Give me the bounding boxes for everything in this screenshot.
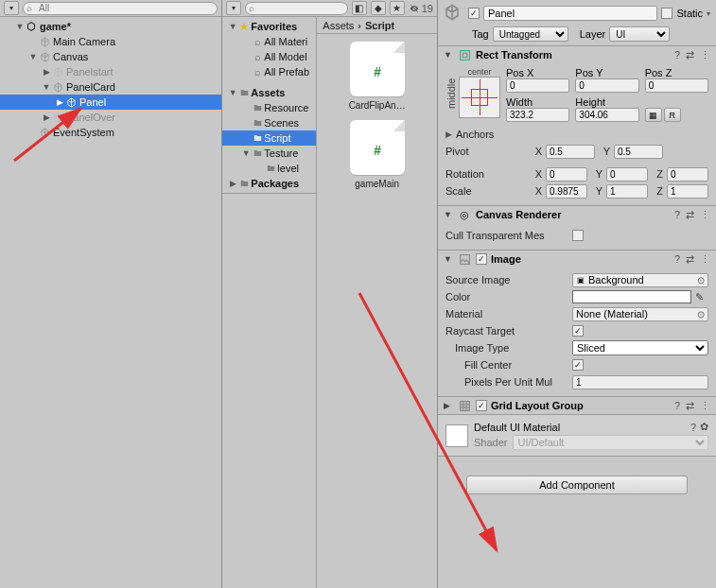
- posx-input[interactable]: [506, 78, 569, 93]
- search-filter-row[interactable]: ⌕All Prefab: [222, 64, 316, 79]
- pivot-x-input[interactable]: [546, 145, 595, 159]
- menu-icon[interactable]: ⋮: [700, 209, 710, 221]
- eyedropper-icon[interactable]: ✎: [695, 291, 708, 303]
- image-enable-checkbox[interactable]: ✓: [476, 253, 487, 265]
- fold-icon[interactable]: ▼: [444, 50, 453, 60]
- static-dropdown-icon[interactable]: ▾: [707, 9, 710, 18]
- cull-label: Cull Transparent Mes: [445, 230, 568, 241]
- preset-icon[interactable]: ⇄: [686, 400, 694, 412]
- hierarchy-create-dropdown[interactable]: ▾: [4, 1, 19, 15]
- breadcrumb-item[interactable]: Script: [365, 20, 394, 31]
- posy-input[interactable]: [575, 78, 638, 93]
- scene-row[interactable]: ▼ game*: [0, 19, 221, 34]
- help-icon[interactable]: ?: [674, 49, 680, 61]
- folder-row[interactable]: Scenes: [222, 115, 316, 130]
- favorite-button[interactable]: ★: [390, 1, 405, 15]
- image-type-dropdown[interactable]: Sliced: [572, 340, 708, 355]
- menu-icon[interactable]: ⋮: [700, 49, 710, 61]
- gameobject-icon: [38, 50, 51, 63]
- material-field[interactable]: None (Material)⊙: [572, 307, 708, 321]
- add-component-button[interactable]: Add Component: [466, 476, 688, 494]
- hierarchy-item[interactable]: ▼ PanelCard: [0, 79, 221, 95]
- folder-row[interactable]: level: [222, 161, 316, 176]
- cull-checkbox[interactable]: [572, 230, 584, 241]
- hidden-count[interactable]: 19: [409, 3, 433, 14]
- raw-edit-button[interactable]: R: [664, 108, 681, 122]
- color-field[interactable]: [572, 290, 691, 303]
- search-filter-row[interactable]: ⌕All Model: [222, 49, 316, 64]
- height-input[interactable]: [575, 108, 638, 122]
- packages-row[interactable]: ▶Packages: [222, 176, 316, 191]
- hierarchy-item[interactable]: ▶ PanelOver: [0, 110, 221, 125]
- hierarchy-item-label: Canvas: [53, 51, 88, 62]
- folder-icon: [251, 118, 264, 128]
- anchors-label: Anchors: [456, 129, 494, 140]
- help-icon[interactable]: ?: [674, 400, 680, 412]
- scaley-input[interactable]: [606, 184, 648, 199]
- raycast-checkbox[interactable]: ✓: [572, 325, 584, 337]
- folder-row[interactable]: ▼Testure: [222, 146, 316, 161]
- roty-input[interactable]: [606, 167, 648, 182]
- menu-icon[interactable]: ⋮: [700, 400, 710, 412]
- hierarchy-search-input[interactable]: [23, 2, 218, 15]
- source-image-label: Source Image: [445, 274, 568, 285]
- source-image-field[interactable]: ▣Background⊙: [572, 273, 708, 287]
- anchor-preset-button[interactable]: [459, 77, 500, 118]
- rotx-input[interactable]: [546, 167, 587, 182]
- filter-label-button[interactable]: ◆: [371, 1, 386, 15]
- tag-dropdown[interactable]: Untagged: [493, 26, 568, 42]
- search-filter-row[interactable]: ⌕All Materi: [222, 34, 316, 49]
- hierarchy-item[interactable]: ▶ Panelstart: [0, 64, 221, 79]
- preset-icon[interactable]: ⇄: [686, 49, 694, 61]
- favorites-row[interactable]: ▼★Favorites: [222, 19, 316, 34]
- help-icon[interactable]: ?: [674, 209, 680, 221]
- hierarchy-item[interactable]: Main Camera: [0, 34, 221, 49]
- object-name-input[interactable]: [483, 6, 657, 21]
- object-picker-icon[interactable]: ⊙: [697, 309, 705, 320]
- blueprint-button[interactable]: ▦: [645, 108, 662, 122]
- gear-icon[interactable]: ✿: [700, 421, 708, 433]
- unity-icon: [25, 20, 38, 33]
- hierarchy-item[interactable]: EventSystem: [0, 125, 221, 140]
- asset-item[interactable]: # gameMain: [350, 120, 405, 189]
- rotz-input[interactable]: [667, 167, 708, 182]
- preset-icon[interactable]: ⇄: [686, 209, 694, 221]
- fold-icon[interactable]: ▶: [444, 401, 453, 410]
- help-icon[interactable]: ?: [674, 253, 680, 266]
- asset-item[interactable]: # CardFlipAn…: [349, 42, 406, 111]
- width-input[interactable]: [506, 108, 569, 122]
- fold-icon[interactable]: ▼: [444, 254, 453, 264]
- filter-type-button[interactable]: ◧: [352, 1, 367, 15]
- static-checkbox[interactable]: [661, 8, 672, 19]
- active-checkbox[interactable]: ✓: [468, 8, 480, 19]
- fill-center-checkbox[interactable]: ✓: [572, 359, 584, 371]
- project-create-dropdown[interactable]: ▾: [226, 1, 241, 15]
- folder-row-selected[interactable]: Script: [222, 130, 316, 146]
- ppu-input[interactable]: [572, 375, 708, 389]
- posz-input[interactable]: [645, 78, 708, 93]
- asset-grid: # CardFlipAn… # gameMain: [317, 34, 437, 588]
- fold-icon[interactable]: ▼: [444, 210, 453, 219]
- component-title: Canvas Renderer: [476, 209, 671, 220]
- hierarchy-item[interactable]: ▼ Canvas: [0, 49, 221, 64]
- menu-icon[interactable]: ⋮: [700, 253, 710, 266]
- help-icon[interactable]: ?: [690, 422, 696, 433]
- anchors-fold[interactable]: ▶: [445, 130, 452, 139]
- pivot-y-input[interactable]: [614, 145, 663, 159]
- hierarchy-item-label: PanelCard: [66, 81, 115, 93]
- scalex-input[interactable]: [546, 184, 587, 199]
- hierarchy-item-selected[interactable]: ▶ Panel: [0, 95, 221, 110]
- search-icon: ⌕: [26, 3, 32, 13]
- rect-transform-icon: [457, 48, 472, 61]
- folder-row[interactable]: Resource: [222, 100, 316, 115]
- search-icon: ⌕: [251, 36, 264, 47]
- scalez-input[interactable]: [667, 184, 708, 199]
- svg-text:#: #: [374, 65, 381, 79]
- project-search-input[interactable]: [245, 2, 347, 15]
- preset-icon[interactable]: ⇄: [686, 253, 694, 266]
- grid-enable-checkbox[interactable]: ✓: [476, 400, 487, 411]
- breadcrumb-item[interactable]: Assets: [323, 20, 354, 31]
- assets-row[interactable]: ▼Assets: [222, 85, 316, 100]
- layer-dropdown[interactable]: UI: [609, 26, 670, 42]
- object-picker-icon[interactable]: ⊙: [697, 275, 705, 285]
